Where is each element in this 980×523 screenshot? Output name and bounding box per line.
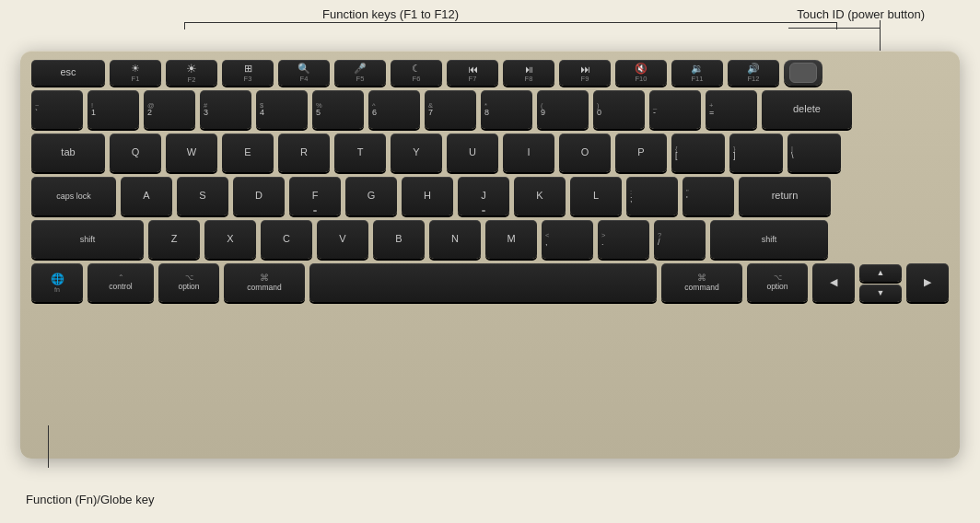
key-slash[interactable]: ? / bbox=[654, 220, 706, 259]
key-2[interactable]: @ 2 bbox=[144, 90, 195, 129]
key-k[interactable]: K bbox=[514, 177, 566, 215]
key-p[interactable]: P bbox=[615, 134, 667, 172]
key-minus[interactable]: _ - bbox=[649, 90, 701, 129]
key-shift-left[interactable]: shift bbox=[31, 220, 144, 259]
key-7[interactable]: & 7 bbox=[425, 90, 476, 129]
key-shift-right[interactable]: shift bbox=[710, 220, 828, 259]
globe-line-vertical bbox=[48, 425, 49, 468]
key-f4[interactable]: 🔍 F4 bbox=[278, 60, 330, 86]
key-option-left[interactable]: ⌥ option bbox=[158, 263, 219, 302]
key-f9[interactable]: ⏭ F9 bbox=[559, 60, 611, 86]
key-semicolon[interactable]: : ; bbox=[626, 177, 678, 215]
key-arrow-left[interactable]: ◀ bbox=[812, 263, 855, 302]
key-8[interactable]: * 8 bbox=[481, 90, 532, 129]
key-j[interactable]: J bbox=[458, 177, 509, 215]
key-h[interactable]: H bbox=[402, 177, 453, 215]
key-q[interactable]: Q bbox=[110, 134, 161, 172]
key-period[interactable]: > . bbox=[598, 220, 649, 259]
key-f12[interactable]: 🔊 F12 bbox=[728, 60, 779, 86]
key-f5[interactable]: 🎤 F5 bbox=[334, 60, 386, 86]
key-arrow-down[interactable]: ▼ bbox=[859, 285, 902, 302]
key-5[interactable]: % 5 bbox=[312, 90, 364, 129]
key-spacebar[interactable] bbox=[309, 263, 657, 302]
touch-id-line bbox=[788, 28, 881, 29]
touch-id-annotation: Touch ID (power button) bbox=[797, 7, 925, 21]
key-s[interactable]: S bbox=[177, 177, 228, 215]
key-control[interactable]: ⌃ control bbox=[88, 263, 154, 302]
key-f2[interactable]: ☀ F2 bbox=[166, 60, 217, 86]
globe-annotation: Function (Fn)/Globe key bbox=[26, 493, 154, 506]
key-arrow-right[interactable]: ▶ bbox=[906, 263, 949, 302]
key-6[interactable]: ^ 6 bbox=[368, 90, 420, 129]
key-rbracket[interactable]: } ] bbox=[729, 134, 783, 172]
key-touch-id[interactable] bbox=[784, 60, 822, 86]
key-tab[interactable]: tab bbox=[31, 134, 105, 172]
key-fn-globe[interactable]: 🌐 fn bbox=[31, 263, 83, 302]
fn-keys-annotation: Function keys (F1 to F12) bbox=[322, 7, 459, 21]
key-delete[interactable]: delete bbox=[762, 90, 852, 129]
asdf-row: caps lock A S D F G H J K L : ; " ' retu… bbox=[31, 177, 949, 215]
key-w[interactable]: W bbox=[166, 134, 217, 172]
zxcv-row: shift Z X C V B N M < , > . ? / shift bbox=[31, 220, 949, 259]
key-backslash[interactable]: | \ bbox=[788, 134, 841, 172]
num-row: ~ ` ! 1 @ 2 # 3 $ 4 % 5 ^ 6 & 7 bbox=[31, 90, 949, 129]
bottom-row: 🌐 fn ⌃ control ⌥ option ⌘ command ⌘ comm… bbox=[31, 263, 949, 302]
key-option-right[interactable]: ⌥ option bbox=[747, 263, 808, 302]
key-return[interactable]: return bbox=[739, 177, 831, 215]
key-f8[interactable]: ⏯ F8 bbox=[503, 60, 554, 86]
key-g[interactable]: G bbox=[345, 177, 397, 215]
key-0[interactable]: ) 0 bbox=[593, 90, 645, 129]
key-c[interactable]: C bbox=[261, 220, 312, 259]
key-i[interactable]: I bbox=[503, 134, 554, 172]
key-backtick[interactable]: ~ ` bbox=[31, 90, 83, 129]
qwerty-row: tab Q W E R T Y U I O P { [ } ] | \ bbox=[31, 134, 949, 172]
fn-keys-bracket bbox=[184, 22, 837, 29]
key-3[interactable]: # 3 bbox=[200, 90, 251, 129]
fn-row: esc ☀ F1 ☀ F2 ⊞ F3 🔍 F4 🎤 F5 ☾ F6 ⏮ F7 bbox=[31, 60, 949, 86]
key-f3[interactable]: ⊞ F3 bbox=[222, 60, 274, 86]
key-lbracket[interactable]: { [ bbox=[671, 134, 725, 172]
key-equals[interactable]: + = bbox=[706, 90, 757, 129]
key-a[interactable]: A bbox=[121, 177, 172, 215]
key-v[interactable]: V bbox=[317, 220, 368, 259]
key-f7[interactable]: ⏮ F7 bbox=[447, 60, 498, 86]
key-l[interactable]: L bbox=[570, 177, 622, 215]
key-quote[interactable]: " ' bbox=[682, 177, 734, 215]
key-4[interactable]: $ 4 bbox=[256, 90, 308, 129]
key-e[interactable]: E bbox=[222, 134, 274, 172]
key-y[interactable]: Y bbox=[391, 134, 442, 172]
key-comma[interactable]: < , bbox=[542, 220, 593, 259]
key-r[interactable]: R bbox=[278, 134, 330, 172]
key-f10[interactable]: 🔇 F10 bbox=[615, 60, 667, 86]
keyboard: esc ☀ F1 ☀ F2 ⊞ F3 🔍 F4 🎤 F5 ☾ F6 ⏮ F7 bbox=[20, 51, 960, 459]
key-arrow-up[interactable]: ▲ bbox=[859, 264, 902, 282]
key-n[interactable]: N bbox=[429, 220, 481, 259]
key-esc[interactable]: esc bbox=[31, 60, 105, 86]
key-d[interactable]: D bbox=[233, 177, 285, 215]
key-z[interactable]: Z bbox=[148, 220, 200, 259]
key-x[interactable]: X bbox=[204, 220, 256, 259]
key-command-right[interactable]: ⌘ command bbox=[661, 263, 742, 302]
key-capslock[interactable]: caps lock bbox=[31, 177, 116, 215]
key-f[interactable]: F bbox=[289, 177, 341, 215]
key-9[interactable]: ( 9 bbox=[537, 90, 589, 129]
arrow-ud-group: ▲ ▼ bbox=[859, 264, 902, 302]
key-command-left[interactable]: ⌘ command bbox=[224, 263, 305, 302]
key-f1[interactable]: ☀ F1 bbox=[110, 60, 161, 86]
key-o[interactable]: O bbox=[559, 134, 611, 172]
key-t[interactable]: T bbox=[334, 134, 386, 172]
key-b[interactable]: B bbox=[373, 220, 425, 259]
key-u[interactable]: U bbox=[447, 134, 498, 172]
key-f6[interactable]: ☾ F6 bbox=[391, 60, 442, 86]
key-1[interactable]: ! 1 bbox=[88, 90, 139, 129]
key-f11[interactable]: 🔉 F11 bbox=[671, 60, 723, 86]
key-m[interactable]: M bbox=[485, 220, 537, 259]
